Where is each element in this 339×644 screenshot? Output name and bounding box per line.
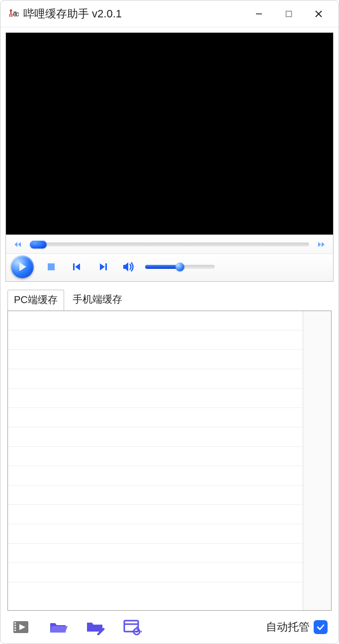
previous-button[interactable] <box>71 260 84 273</box>
list-row[interactable] <box>8 330 303 350</box>
svg-rect-1 <box>10 11 11 14</box>
svg-rect-2 <box>9 14 10 17</box>
open-folder-button[interactable] <box>45 616 72 638</box>
tab-mobile-cache[interactable]: 手机端缓存 <box>66 289 129 310</box>
svg-rect-12 <box>105 263 107 270</box>
list-row[interactable] <box>8 544 303 563</box>
volume-fill <box>145 265 180 269</box>
tab-label: PC端缓存 <box>14 294 58 305</box>
list-row[interactable] <box>8 369 303 389</box>
list-row[interactable] <box>8 408 303 427</box>
player-controls <box>6 253 333 281</box>
tab-label: 手机端缓存 <box>73 294 122 305</box>
svg-rect-10 <box>48 263 55 270</box>
tab-pc-cache[interactable]: PC端缓存 <box>7 290 64 311</box>
volume-thumb[interactable] <box>175 262 184 271</box>
app-window: 哔哩缓存助手 v2.0.1 <box>0 0 339 644</box>
tabs-strip: PC端缓存 手机端缓存 <box>7 292 332 311</box>
list-body[interactable] <box>8 311 303 610</box>
settings-window-button[interactable] <box>119 616 146 638</box>
auto-manage-label: 自动托管 <box>266 620 310 635</box>
minimize-button[interactable] <box>244 0 274 27</box>
play-button[interactable] <box>11 255 34 278</box>
player-panel <box>5 32 334 282</box>
cache-list <box>7 311 332 611</box>
list-row[interactable] <box>8 485 303 505</box>
svg-rect-18 <box>124 621 138 632</box>
titlebar: 哔哩缓存助手 v2.0.1 <box>0 0 339 27</box>
list-row[interactable] <box>8 563 303 582</box>
app-icon <box>7 8 19 20</box>
rewind-icon[interactable] <box>13 240 24 249</box>
maximize-button[interactable] <box>274 0 304 27</box>
volume-slider[interactable] <box>145 265 215 269</box>
svg-rect-3 <box>11 14 12 17</box>
seek-bar-row <box>6 235 333 253</box>
auto-manage-toggle[interactable] <box>314 620 328 634</box>
svg-rect-15 <box>14 625 16 626</box>
svg-rect-7 <box>286 11 292 16</box>
fast-forward-icon[interactable] <box>315 240 326 249</box>
list-row[interactable] <box>8 350 303 369</box>
next-button[interactable] <box>96 260 109 273</box>
list-row[interactable] <box>8 524 303 544</box>
list-row[interactable] <box>8 466 303 485</box>
stop-button[interactable] <box>45 260 58 273</box>
list-row[interactable] <box>8 447 303 466</box>
volume-icon[interactable] <box>122 260 135 273</box>
list-scrollbar-column[interactable] <box>303 311 331 610</box>
list-row[interactable] <box>8 389 303 408</box>
close-button[interactable] <box>304 0 334 27</box>
video-file-button[interactable] <box>8 616 35 638</box>
edit-folder-button[interactable] <box>82 616 109 638</box>
seek-thumb[interactable] <box>30 241 47 248</box>
seek-slider[interactable] <box>30 242 309 246</box>
svg-point-21 <box>136 631 138 633</box>
app-title: 哔哩缓存助手 v2.0.1 <box>23 6 122 21</box>
svg-rect-14 <box>14 622 16 624</box>
svg-rect-16 <box>14 627 16 629</box>
bottom-toolbar: 自动托管 <box>0 611 339 644</box>
list-row[interactable] <box>8 505 303 524</box>
video-area[interactable] <box>6 33 333 235</box>
list-row[interactable] <box>8 311 303 330</box>
svg-rect-11 <box>73 263 75 270</box>
svg-rect-17 <box>14 630 16 631</box>
